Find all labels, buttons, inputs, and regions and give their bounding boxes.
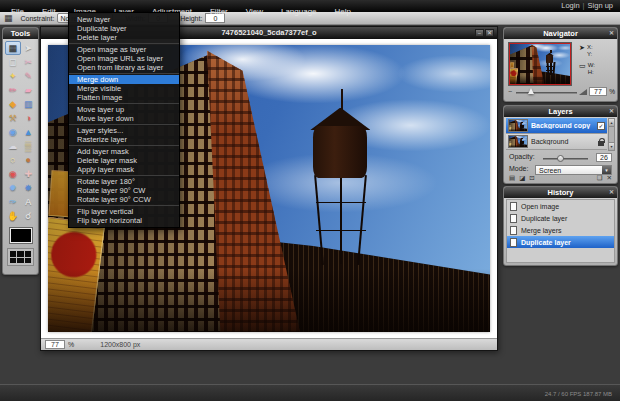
layer-menu-item-rasterize-layer[interactable]: Rasterize layer <box>69 135 179 144</box>
eraser-tool[interactable]: ▰ <box>21 83 37 97</box>
history-item[interactable]: Duplicate layer <box>507 236 614 248</box>
menu-help[interactable]: Help <box>326 6 360 18</box>
brush-tool[interactable]: ✏ <box>5 83 21 97</box>
history-item[interactable]: Merge layers <box>507 224 614 236</box>
clone-stamp-tool[interactable]: ⚒ <box>5 111 21 125</box>
layer-mask-icon[interactable]: ◪ <box>519 174 525 181</box>
signup-link[interactable]: Sign up <box>588 1 613 10</box>
navigator-zoom-slider[interactable] <box>516 92 577 94</box>
smudge-tool[interactable]: ☁ <box>5 139 21 153</box>
new-layer-icon[interactable]: ❏ <box>597 174 603 181</box>
history-header[interactable]: History ✕ <box>504 187 617 198</box>
menu-edit[interactable]: Edit <box>33 6 65 18</box>
pencil-tool[interactable]: ✎ <box>21 69 37 83</box>
layer-menu-item-open-image-as-layer[interactable]: Open image as layer <box>69 45 179 54</box>
menu-group: Layer styles...Rasterize layer <box>69 125 179 146</box>
layer-menu-item-apply-layer-mask[interactable]: Apply layer mask <box>69 165 179 174</box>
blur-tool[interactable]: ◉ <box>5 125 21 139</box>
crop-tool[interactable]: ▦ <box>5 41 21 55</box>
palette-swatch[interactable] <box>10 258 16 264</box>
layer-menu-item-delete-layer-mask[interactable]: Delete layer mask <box>69 156 179 165</box>
navigator-header[interactable]: Navigator ✕ <box>504 28 617 39</box>
layer-menu-item-rotate-layer-180[interactable]: Rotate layer 180° <box>69 177 179 186</box>
layers-scrollbar[interactable]: ▴ ▾ <box>608 118 615 151</box>
slider-handle[interactable] <box>557 155 564 162</box>
lasso-tool[interactable]: ✂ <box>21 55 37 69</box>
layer-menu-item-open-from-library-as-layer[interactable]: Open from library as layer <box>69 63 179 72</box>
gradient-tool[interactable]: ▥ <box>21 97 37 111</box>
spot-heal-tool[interactable]: ✚ <box>21 167 37 181</box>
marquee-tool[interactable]: ◻ <box>5 55 21 69</box>
minimize-button[interactable]: − <box>475 29 484 37</box>
hand-tool[interactable]: ✋ <box>5 209 21 223</box>
layer-menu-item-flatten-image[interactable]: Flatten image <box>69 93 179 102</box>
close-icon[interactable]: ✕ <box>609 187 614 198</box>
color-replace-tool[interactable]: ◑ <box>21 111 37 125</box>
dodge-tool[interactable]: ○ <box>5 153 21 167</box>
layer-row[interactable]: Background <box>506 134 607 150</box>
layer-menu-item-add-layer-mask[interactable]: Add layer mask <box>69 147 179 156</box>
close-icon[interactable]: ✕ <box>609 106 614 117</box>
pinch-tool[interactable]: ✸ <box>21 181 37 195</box>
scroll-down-icon[interactable]: ▾ <box>609 142 614 150</box>
sharpen-tool[interactable]: ▲ <box>21 125 37 139</box>
wand-tool[interactable]: ✦ <box>5 69 21 83</box>
opacity-slider[interactable] <box>543 158 588 160</box>
red-eye-tool[interactable]: ◉ <box>5 167 21 181</box>
layer-menu-item-merge-visible[interactable]: Merge visible <box>69 84 179 93</box>
menu-filter[interactable]: Filter <box>201 6 237 18</box>
layer-menu-item-rotate-layer-90-ccw[interactable]: Rotate layer 90° CCW <box>69 195 179 204</box>
close-icon[interactable]: ✕ <box>609 28 614 39</box>
sponge-tool[interactable]: ▒ <box>21 139 37 153</box>
history-item[interactable]: Open image <box>507 200 614 212</box>
layers-header[interactable]: Layers ✕ <box>504 106 617 117</box>
bucket-tool[interactable]: ◆ <box>5 97 21 111</box>
layer-menu-item-flip-layer-vertical[interactable]: Flip layer vertical <box>69 207 179 216</box>
history-item[interactable]: Duplicate layer <box>507 212 614 224</box>
navigator-thumbnail[interactable] <box>509 43 571 85</box>
zoom-out-icon[interactable]: − <box>508 88 512 95</box>
tools-panel-header[interactable]: Tools <box>3 28 38 39</box>
menu-language[interactable]: Language <box>272 6 326 18</box>
layer-group-icon[interactable]: ⊡ <box>529 174 534 181</box>
zoom-input[interactable]: 77 <box>45 340 65 349</box>
palette-swatch[interactable] <box>25 251 31 257</box>
layer-menu-item-merge-down[interactable]: Merge down <box>69 75 179 84</box>
eyedropper-tool[interactable]: ✑ <box>5 195 21 209</box>
layer-menu-item-duplicate-layer[interactable]: Duplicate layer <box>69 24 179 33</box>
palette-swatch[interactable] <box>25 258 31 264</box>
page-icon <box>510 238 517 247</box>
layer-menu-item-delete-layer[interactable]: Delete layer <box>69 33 179 42</box>
navigator-zoom-row: − 77 % <box>508 87 615 97</box>
palette-swatch[interactable] <box>17 258 23 264</box>
move-tool[interactable]: ➤ <box>21 41 37 55</box>
chevron-down-icon[interactable]: ▾ <box>602 166 611 174</box>
type-tool[interactable]: A <box>21 195 37 209</box>
layer-menu-item-new-layer[interactable]: New layer <box>69 15 179 24</box>
slider-handle[interactable] <box>528 88 534 94</box>
layer-menu-item-move-layer-down[interactable]: Move layer down <box>69 114 179 123</box>
zoom-tool[interactable]: ☌ <box>21 209 37 223</box>
palette-swatch[interactable] <box>10 251 16 257</box>
layer-menu-item-layer-styles[interactable]: Layer styles... <box>69 126 179 135</box>
burn-tool[interactable]: ● <box>21 153 37 167</box>
layer-menu-item-flip-layer-horizontal[interactable]: Flip layer horizontal <box>69 216 179 225</box>
layer-row[interactable]: Background copy✓ <box>506 118 607 134</box>
bloat-tool[interactable]: ✹ <box>5 181 21 195</box>
navigator-zoom-input[interactable]: 77 <box>589 87 607 96</box>
menu-view[interactable]: View <box>237 6 272 18</box>
scroll-up-icon[interactable]: ▴ <box>609 119 614 127</box>
foreground-color-swatch[interactable] <box>10 228 32 243</box>
menu-file[interactable]: File <box>2 6 33 18</box>
layer-menu-item-rotate-layer-90-cw[interactable]: Rotate layer 90° CW <box>69 186 179 195</box>
visibility-checkbox[interactable]: ✓ <box>597 122 605 130</box>
menu-group: Merge downMerge visibleFlatten image <box>69 74 179 104</box>
close-button[interactable]: ✕ <box>485 29 494 37</box>
palette-swatch[interactable] <box>17 251 23 257</box>
layer-menu-item-move-layer-up[interactable]: Move layer up <box>69 105 179 114</box>
delete-layer-icon[interactable]: ✕ <box>607 174 612 181</box>
login-link[interactable]: Login <box>561 1 579 10</box>
layer-settings-icon[interactable]: ▤ <box>509 174 515 181</box>
layer-menu-item-open-image-url-as-layer[interactable]: Open image URL as layer <box>69 54 179 63</box>
opacity-input[interactable]: 26 <box>596 153 612 162</box>
